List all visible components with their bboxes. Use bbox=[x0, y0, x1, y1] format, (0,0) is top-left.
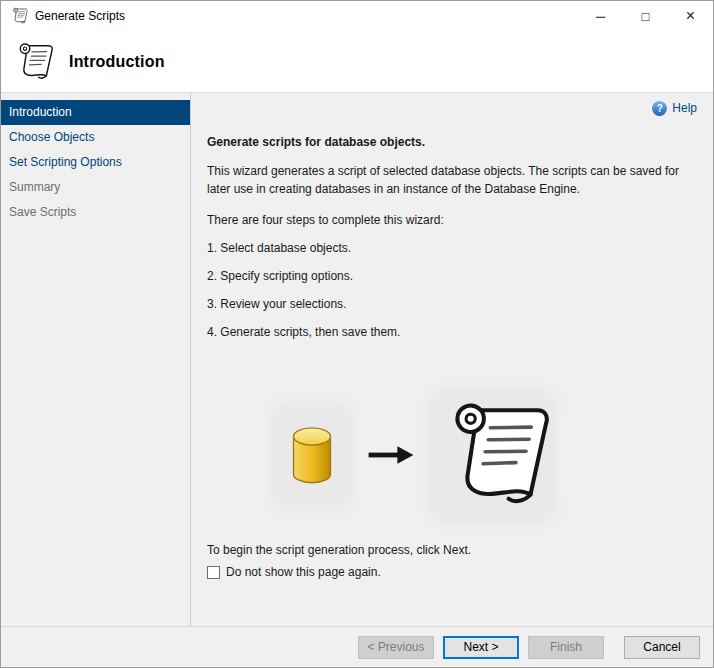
main-area: Introduction Choose Objects Set Scriptin… bbox=[1, 93, 713, 626]
sidebar-item-introduction[interactable]: Introduction bbox=[1, 100, 190, 125]
script-scroll-icon bbox=[10, 7, 28, 25]
help-row: ? Help bbox=[207, 99, 697, 117]
previous-button: < Previous bbox=[358, 636, 434, 659]
page-title: Introduction bbox=[69, 53, 165, 71]
window-controls: ─ □ × bbox=[578, 1, 713, 31]
illustration bbox=[279, 393, 697, 519]
closing-text: To begin the script generation process, … bbox=[207, 543, 697, 557]
dont-show-again-row: Do not show this page again. bbox=[207, 565, 697, 579]
dont-show-again-checkbox[interactable] bbox=[207, 566, 220, 579]
maximize-button[interactable]: □ bbox=[623, 1, 668, 31]
titlebar: Generate Scripts ─ □ × bbox=[1, 1, 713, 31]
page-content: ? Help Generate scripts for database obj… bbox=[191, 93, 713, 626]
wizard-steps-sidebar: Introduction Choose Objects Set Scriptin… bbox=[1, 93, 191, 626]
button-bar: < Previous Next > Finish Cancel bbox=[1, 626, 713, 667]
finish-button: Finish bbox=[528, 636, 604, 659]
steps-intro: There are four steps to complete this wi… bbox=[207, 213, 697, 227]
arrow-right-icon bbox=[367, 442, 415, 471]
wizard-header: Introduction bbox=[1, 31, 713, 93]
step-1: 1. Select database objects. bbox=[207, 241, 697, 255]
step-2: 2. Specify scripting options. bbox=[207, 269, 697, 283]
content-heading: Generate scripts for database objects. bbox=[207, 135, 697, 149]
dont-show-again-label: Do not show this page again. bbox=[226, 565, 381, 579]
cancel-button[interactable]: Cancel bbox=[624, 636, 700, 659]
window-title: Generate Scripts bbox=[35, 9, 125, 23]
database-icon bbox=[279, 409, 345, 503]
minimize-button[interactable]: ─ bbox=[578, 1, 623, 31]
script-scroll-icon-large bbox=[13, 40, 53, 84]
sidebar-item-set-scripting-options[interactable]: Set Scripting Options bbox=[1, 150, 190, 175]
close-button[interactable]: × bbox=[668, 1, 713, 31]
sidebar-item-choose-objects[interactable]: Choose Objects bbox=[1, 125, 190, 150]
next-button[interactable]: Next > bbox=[443, 636, 519, 659]
intro-paragraph: This wizard generates a script of select… bbox=[207, 162, 693, 198]
sidebar-item-summary: Summary bbox=[1, 175, 190, 200]
help-link[interactable]: Help bbox=[672, 101, 697, 115]
script-scroll-illustration bbox=[437, 397, 549, 515]
help-icon[interactable]: ? bbox=[652, 101, 667, 116]
step-3: 3. Review your selections. bbox=[207, 297, 697, 311]
step-4: 4. Generate scripts, then save them. bbox=[207, 325, 697, 339]
generate-scripts-window: Generate Scripts ─ □ × Introduction Intr… bbox=[0, 0, 714, 668]
sidebar-item-save-scripts: Save Scripts bbox=[1, 200, 190, 225]
